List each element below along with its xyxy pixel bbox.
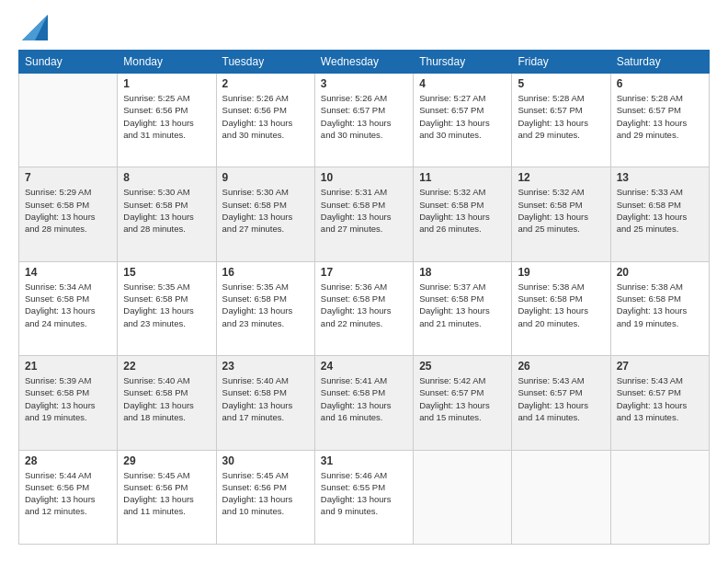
calendar-cell: 27Sunrise: 5:43 AM Sunset: 6:57 PM Dayli… (610, 356, 709, 450)
calendar-table: SundayMondayTuesdayWednesdayThursdayFrid… (18, 50, 710, 545)
calendar-cell: 3Sunrise: 5:26 AM Sunset: 6:57 PM Daylig… (314, 74, 413, 167)
calendar-cell (610, 450, 709, 544)
calendar-header-sunday: Sunday (19, 51, 118, 74)
day-info: Sunrise: 5:36 AM Sunset: 6:58 PM Dayligh… (321, 281, 407, 329)
calendar-row-week-1: 1Sunrise: 5:25 AM Sunset: 6:56 PM Daylig… (19, 74, 710, 167)
day-info: Sunrise: 5:39 AM Sunset: 6:58 PM Dayligh… (25, 374, 111, 423)
day-number: 12 (518, 171, 604, 184)
day-number: 2 (222, 77, 309, 90)
day-number: 17 (321, 266, 407, 279)
day-number: 30 (222, 454, 309, 467)
day-number: 15 (123, 266, 210, 279)
day-info: Sunrise: 5:42 AM Sunset: 6:57 PM Dayligh… (419, 374, 506, 423)
calendar-cell: 24Sunrise: 5:41 AM Sunset: 6:58 PM Dayli… (314, 356, 413, 450)
calendar-row-week-4: 21Sunrise: 5:39 AM Sunset: 6:58 PM Dayli… (19, 356, 710, 450)
calendar-cell: 26Sunrise: 5:43 AM Sunset: 6:57 PM Dayli… (512, 356, 610, 450)
day-number: 14 (25, 266, 111, 279)
day-number: 3 (321, 77, 407, 90)
calendar-cell: 16Sunrise: 5:35 AM Sunset: 6:58 PM Dayli… (216, 261, 314, 355)
day-info: Sunrise: 5:43 AM Sunset: 6:57 PM Dayligh… (518, 374, 604, 423)
calendar-header-friday: Friday (512, 51, 610, 74)
day-number: 16 (222, 266, 309, 279)
day-number: 5 (518, 77, 604, 90)
calendar-header-saturday: Saturday (610, 51, 709, 74)
logo (18, 18, 48, 40)
day-info: Sunrise: 5:41 AM Sunset: 6:58 PM Dayligh… (321, 374, 407, 423)
day-info: Sunrise: 5:32 AM Sunset: 6:58 PM Dayligh… (419, 186, 506, 235)
day-info: Sunrise: 5:33 AM Sunset: 6:58 PM Dayligh… (617, 186, 703, 235)
day-info: Sunrise: 5:45 AM Sunset: 6:56 PM Dayligh… (123, 469, 210, 518)
calendar-cell: 31Sunrise: 5:46 AM Sunset: 6:55 PM Dayli… (314, 450, 413, 544)
calendar-cell: 6Sunrise: 5:28 AM Sunset: 6:57 PM Daylig… (610, 74, 709, 167)
calendar-cell: 22Sunrise: 5:40 AM Sunset: 6:58 PM Dayli… (118, 356, 216, 450)
day-number: 26 (518, 360, 604, 373)
calendar-cell: 17Sunrise: 5:36 AM Sunset: 6:58 PM Dayli… (314, 261, 413, 355)
day-info: Sunrise: 5:43 AM Sunset: 6:57 PM Dayligh… (617, 374, 703, 423)
calendar-header-tuesday: Tuesday (216, 51, 314, 74)
calendar-header-thursday: Thursday (414, 51, 512, 74)
day-number: 9 (222, 171, 309, 184)
calendar-cell: 29Sunrise: 5:45 AM Sunset: 6:56 PM Dayli… (118, 450, 216, 544)
day-info: Sunrise: 5:45 AM Sunset: 6:56 PM Dayligh… (222, 469, 309, 518)
day-info: Sunrise: 5:26 AM Sunset: 6:57 PM Dayligh… (321, 92, 407, 141)
day-number: 1 (123, 77, 210, 90)
day-info: Sunrise: 5:26 AM Sunset: 6:56 PM Dayligh… (222, 92, 309, 141)
calendar-cell: 13Sunrise: 5:33 AM Sunset: 6:58 PM Dayli… (610, 167, 709, 261)
day-number: 7 (25, 171, 111, 184)
day-info: Sunrise: 5:38 AM Sunset: 6:58 PM Dayligh… (617, 281, 703, 329)
page: SundayMondayTuesdayWednesdayThursdayFrid… (0, 0, 728, 563)
day-number: 4 (419, 77, 506, 90)
day-info: Sunrise: 5:28 AM Sunset: 6:57 PM Dayligh… (617, 92, 703, 141)
day-info: Sunrise: 5:46 AM Sunset: 6:55 PM Dayligh… (321, 469, 407, 518)
day-number: 22 (123, 360, 210, 373)
calendar-cell: 8Sunrise: 5:30 AM Sunset: 6:58 PM Daylig… (118, 167, 216, 261)
day-number: 27 (617, 360, 703, 373)
calendar-cell (19, 74, 118, 167)
day-info: Sunrise: 5:40 AM Sunset: 6:58 PM Dayligh… (222, 374, 309, 423)
day-info: Sunrise: 5:40 AM Sunset: 6:58 PM Dayligh… (123, 374, 210, 423)
day-info: Sunrise: 5:37 AM Sunset: 6:58 PM Dayligh… (419, 281, 506, 329)
calendar-cell: 10Sunrise: 5:31 AM Sunset: 6:58 PM Dayli… (314, 167, 413, 261)
calendar-cell: 23Sunrise: 5:40 AM Sunset: 6:58 PM Dayli… (216, 356, 314, 450)
calendar-cell (414, 450, 512, 544)
logo-icon (22, 15, 48, 40)
calendar-header-monday: Monday (118, 51, 216, 74)
day-number: 29 (123, 454, 210, 467)
day-number: 24 (321, 360, 407, 373)
day-number: 18 (419, 266, 506, 279)
day-info: Sunrise: 5:32 AM Sunset: 6:58 PM Dayligh… (518, 186, 604, 235)
day-info: Sunrise: 5:27 AM Sunset: 6:57 PM Dayligh… (419, 92, 506, 141)
day-number: 6 (617, 77, 703, 90)
day-info: Sunrise: 5:44 AM Sunset: 6:56 PM Dayligh… (25, 469, 111, 518)
day-info: Sunrise: 5:28 AM Sunset: 6:57 PM Dayligh… (518, 92, 604, 141)
calendar-row-week-3: 14Sunrise: 5:34 AM Sunset: 6:58 PM Dayli… (19, 261, 710, 355)
calendar-header-wednesday: Wednesday (314, 51, 413, 74)
day-info: Sunrise: 5:35 AM Sunset: 6:58 PM Dayligh… (123, 281, 210, 329)
calendar-cell: 30Sunrise: 5:45 AM Sunset: 6:56 PM Dayli… (216, 450, 314, 544)
calendar-cell: 9Sunrise: 5:30 AM Sunset: 6:58 PM Daylig… (216, 167, 314, 261)
calendar-row-week-5: 28Sunrise: 5:44 AM Sunset: 6:56 PM Dayli… (19, 450, 710, 544)
day-number: 21 (25, 360, 111, 373)
day-number: 23 (222, 360, 309, 373)
day-number: 19 (518, 266, 604, 279)
day-info: Sunrise: 5:30 AM Sunset: 6:58 PM Dayligh… (222, 186, 309, 235)
calendar-row-week-2: 7Sunrise: 5:29 AM Sunset: 6:58 PM Daylig… (19, 167, 710, 261)
calendar-cell: 4Sunrise: 5:27 AM Sunset: 6:57 PM Daylig… (414, 74, 512, 167)
calendar-cell: 2Sunrise: 5:26 AM Sunset: 6:56 PM Daylig… (216, 74, 314, 167)
day-info: Sunrise: 5:35 AM Sunset: 6:58 PM Dayligh… (222, 281, 309, 329)
day-info: Sunrise: 5:29 AM Sunset: 6:58 PM Dayligh… (25, 186, 111, 235)
calendar-cell: 5Sunrise: 5:28 AM Sunset: 6:57 PM Daylig… (512, 74, 610, 167)
calendar-cell: 12Sunrise: 5:32 AM Sunset: 6:58 PM Dayli… (512, 167, 610, 261)
calendar-cell: 15Sunrise: 5:35 AM Sunset: 6:58 PM Dayli… (118, 261, 216, 355)
day-number: 31 (321, 454, 407, 467)
calendar-cell: 25Sunrise: 5:42 AM Sunset: 6:57 PM Dayli… (414, 356, 512, 450)
calendar-cell: 1Sunrise: 5:25 AM Sunset: 6:56 PM Daylig… (118, 74, 216, 167)
day-info: Sunrise: 5:30 AM Sunset: 6:58 PM Dayligh… (123, 186, 210, 235)
calendar-cell: 18Sunrise: 5:37 AM Sunset: 6:58 PM Dayli… (414, 261, 512, 355)
calendar-cell: 7Sunrise: 5:29 AM Sunset: 6:58 PM Daylig… (19, 167, 118, 261)
calendar-cell: 19Sunrise: 5:38 AM Sunset: 6:58 PM Dayli… (512, 261, 610, 355)
day-number: 10 (321, 171, 407, 184)
day-number: 8 (123, 171, 210, 184)
day-info: Sunrise: 5:34 AM Sunset: 6:58 PM Dayligh… (25, 281, 111, 329)
calendar-header-row: SundayMondayTuesdayWednesdayThursdayFrid… (19, 51, 710, 74)
